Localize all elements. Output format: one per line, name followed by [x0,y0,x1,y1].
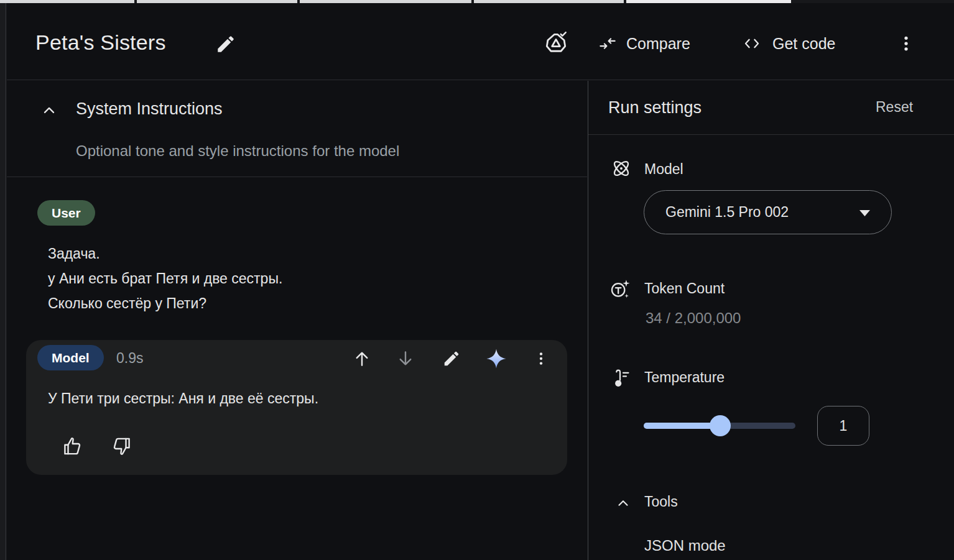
chevron-up-icon [40,102,58,119]
atom-model-icon [611,158,632,179]
json-mode-row[interactable]: JSON mode [644,537,726,554]
temperature-slider[interactable] [644,415,795,436]
arrow-up-icon [352,349,372,369]
response-more-button[interactable] [529,346,553,371]
edit-title-button[interactable] [212,30,239,58]
token-count-icon [609,278,631,300]
user-message-line: у Ани есть брат Петя и две сестры. [48,266,282,291]
token-count-label: Token Count [644,280,725,297]
prompt-chat-panel: System Instructions Optional tone and st… [7,81,587,560]
system-instructions-title: System Instructions [76,99,223,119]
prompt-saved-button[interactable] [540,28,572,59]
user-message-line: Задача. [48,241,282,266]
move-down-button[interactable] [393,346,418,371]
move-up-button[interactable] [350,346,374,371]
thumbs-up-button[interactable] [60,433,86,459]
temperature-label: Temperature [644,369,725,386]
compare-button[interactable]: Compare [598,28,690,59]
model-dropdown-value: Gemini 1.5 Pro 002 [665,204,789,221]
system-instructions-placeholder[interactable]: Optional tone and style instructions for… [76,142,399,160]
user-role-chip[interactable]: User [37,200,95,226]
collapse-system-instructions-button[interactable] [37,98,62,123]
sparkle-icon [486,348,507,369]
run-settings-header: Run settings Reset [588,81,954,135]
slider-fill [644,423,720,429]
get-code-label: Get code [772,35,835,53]
reset-button[interactable]: Reset [876,99,913,116]
model-setting-label: Model [644,161,683,178]
run-settings-panel: Run settings Reset Model Gemini 1.5 Pro … [588,81,954,560]
thumbs-up-icon [62,435,84,457]
kebab-menu-icon [533,349,549,368]
user-message[interactable]: Задача. у Ани есть брат Петя и две сестр… [48,241,282,316]
more-options-button[interactable] [892,29,920,58]
code-brackets-icon [741,34,763,53]
page-title: Peta's Sisters [35,30,166,55]
arrow-down-icon [396,349,415,369]
edit-response-button[interactable] [439,346,464,371]
compare-label: Compare [626,35,690,53]
token-count-value: 34 / 2,000,000 [646,310,741,327]
saved-check-icon [543,30,569,57]
kebab-menu-icon [897,33,915,54]
left-edge-rail [0,3,6,560]
response-latency: 0.9s [116,350,143,367]
temperature-value-field[interactable]: 1 [817,406,869,446]
model-role-chip[interactable]: Model [37,345,104,370]
compare-arrows-icon [598,35,617,52]
model-response-text[interactable]: У Пети три сестры: Аня и две её сестры. [48,387,318,410]
rerun-response-button[interactable] [484,346,509,371]
user-message-line: Сколько сестёр у Пети? [48,291,282,316]
thumbs-down-button[interactable] [108,433,134,459]
chevron-up-icon [615,495,631,512]
model-response-card: Model 0.9s [26,340,567,475]
pencil-icon [215,34,236,55]
model-dropdown[interactable]: Gemini 1.5 Pro 002 [644,190,892,234]
pencil-icon [442,349,461,368]
thumbs-down-icon [110,435,132,457]
get-code-button[interactable]: Get code [741,28,835,59]
run-settings-title: Run settings [608,98,702,117]
slider-thumb[interactable] [710,415,731,436]
caret-down-icon [859,210,870,216]
system-instructions-section: System Instructions Optional tone and st… [7,81,587,177]
temperature-icon [609,368,631,389]
collapse-tools-button[interactable] [612,492,634,515]
tools-section-label: Tools [644,493,678,510]
prompt-header: Peta's Sisters Compare G [7,3,954,80]
